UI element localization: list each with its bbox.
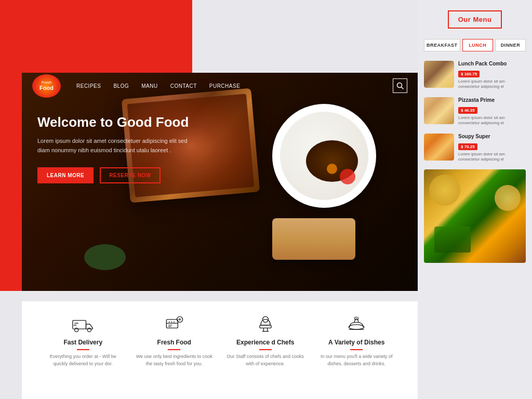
logo-text: Frosh Food	[39, 81, 54, 91]
red-accent-top	[0, 0, 192, 73]
red-accent-left	[0, 73, 22, 291]
feature-dishes-title: A Variety of Dishes	[328, 339, 384, 346]
feature-food-desc: We use only best ingredients to cook the…	[134, 353, 215, 367]
menu-item-2-img	[424, 134, 454, 161]
learn-more-button[interactable]: LEARN MORE	[37, 167, 94, 183]
menu-item-0-img	[424, 61, 454, 88]
delivery-icon	[71, 314, 96, 335]
reserve-now-button[interactable]: RESERVE NOW	[100, 167, 160, 183]
hero-content: Welcome to Good Food Lorem ipsum dolor s…	[37, 114, 193, 183]
menu-item-2-price: $ 70.25	[458, 143, 477, 150]
feature-delivery-desc: Everything you order at - Will be quickl…	[43, 353, 124, 367]
nav-link-blog[interactable]: BLOG	[113, 83, 129, 89]
chef-icon	[253, 314, 278, 335]
feature-delivery-underline	[77, 349, 89, 350]
nav-links: RECIPES BLOG MANU CONTACT PURCHASE	[76, 83, 393, 89]
search-button[interactable]	[393, 78, 407, 93]
menu-item-2-name: Soupy Super	[458, 134, 526, 139]
svg-rect-18	[260, 325, 271, 328]
svg-rect-7	[167, 320, 178, 328]
hero-section: Frosh Food RECIPES BLOG MANU CONTACT PUR…	[22, 73, 418, 291]
nav-link-recipes[interactable]: RECIPES	[76, 83, 101, 89]
menu-item-0-name: Lunch Pack Combo	[458, 61, 526, 66]
svg-rect-2	[73, 321, 86, 329]
feature-chef-desc: Our Staff consists of chefs and cooks wi…	[225, 353, 306, 367]
feature-dishes-desc: In our menu you'll a wide variety of dis…	[316, 353, 397, 367]
menu-item-1-price: $ 40.35	[458, 107, 477, 114]
nav-link-manu[interactable]: MANU	[141, 83, 157, 89]
menu-item-1-img	[424, 97, 454, 124]
search-icon	[396, 82, 404, 89]
menu-item-1-name: Pizzasta Prime	[458, 97, 526, 103]
menu-item-1: Pizzasta Prime $ 40.35 Lorem ipsum dolor…	[424, 97, 526, 126]
feature-delivery-title: Fast Delivery	[63, 339, 102, 346]
svg-point-3	[74, 328, 78, 331]
menu-item-0-price: $ 160.75	[458, 71, 480, 77]
bottom-food-image	[424, 169, 526, 263]
our-menu-button[interactable]: Our Menu	[448, 10, 502, 29]
feature-chef: Experience d Chefs Our Staff consists of…	[220, 314, 311, 367]
hero-description: Lorem ipsum dolor sit amet consectetuer …	[37, 137, 193, 155]
feature-delivery: Fast Delivery Everything you order at - …	[37, 314, 129, 367]
menu-item-1-desc: Lorem ipsum dolor sit am consectetur adi…	[458, 115, 526, 126]
hero-title: Welcome to Good Food	[37, 114, 193, 130]
feature-food-underline	[168, 349, 180, 350]
fresh-food-icon	[162, 314, 187, 335]
feature-dishes-underline	[350, 349, 363, 350]
nav-link-contact[interactable]: CONTACT	[170, 83, 197, 89]
menu-item-2-desc: Lorem ipsum dolor sit am consectetur adi…	[458, 152, 526, 163]
nav-link-purchase[interactable]: PURCHASE	[209, 83, 241, 89]
navbar: Frosh Food RECIPES BLOG MANU CONTACT PUR…	[22, 73, 418, 99]
menu-item-0: Lunch Pack Combo $ 160.75 Lorem ipsum do…	[424, 61, 526, 90]
right-panel: Our Menu BREAKFAST LUNCH DINNER Lunch Pa…	[418, 0, 532, 399]
menu-item-2: Soupy Super $ 70.25 Lorem ipsum dolor si…	[424, 134, 526, 163]
food-plate-visual	[272, 104, 376, 208]
svg-point-4	[87, 328, 91, 331]
tab-lunch[interactable]: LUNCH	[462, 39, 493, 51]
food-greens-visual	[84, 244, 126, 270]
svg-point-22	[349, 325, 364, 329]
feature-chef-underline	[259, 349, 272, 350]
menu-item-0-desc: Lorem ipsum dolor sit am consectetur adi…	[458, 79, 526, 90]
dishes-icon	[344, 314, 369, 335]
feature-food-title: Fresh Food	[157, 339, 191, 346]
tab-breakfast[interactable]: BREAKFAST	[424, 39, 460, 51]
food-bread-visual	[272, 218, 355, 260]
svg-line-1	[402, 87, 404, 89]
hero-buttons: LEARN MORE RESERVE NOW	[37, 167, 193, 183]
logo: Frosh Food	[32, 74, 61, 98]
tab-dinner[interactable]: DINNER	[495, 39, 526, 51]
feature-chef-title: Experience d Chefs	[236, 339, 294, 346]
features-section: Fast Delivery Everything you order at - …	[22, 301, 418, 399]
feature-food: Fresh Food We use only best ingredients …	[129, 314, 220, 367]
menu-tabs: BREAKFAST LUNCH DINNER	[424, 39, 526, 51]
feature-dishes: A Variety of Dishes In our menu you'll a…	[311, 314, 403, 367]
